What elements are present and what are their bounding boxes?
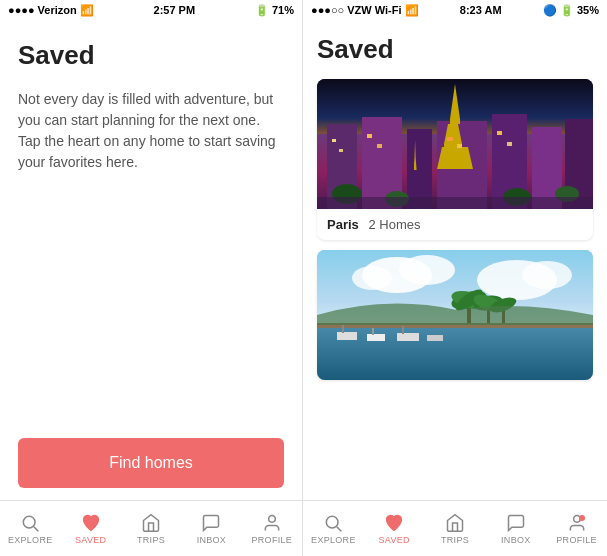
right-saved-icon [384,513,404,533]
profile-icon-wrap [567,513,587,533]
saved-card-paris[interactable]: Paris 2 Homes [317,79,593,240]
right-carrier-label: VZW Wi-Fi [347,4,401,16]
inbox-icon [201,513,221,533]
svg-rect-53 [427,335,443,341]
saved-icon [81,513,101,533]
left-panel: ●●●● Verizon 📶 2:57 PM 🔋 71% Saved Not e… [0,0,303,556]
right-signal: ●●●○○ [311,4,344,16]
nav-inbox-right[interactable]: INBOX [485,513,546,545]
svg-rect-48 [342,325,344,333]
svg-rect-51 [397,333,419,341]
right-panel: ●●●○○ VZW Wi-Fi 📶 8:23 AM 🔵 🔋 35% Saved [303,0,607,556]
nav-explore-right[interactable]: EXPLORE [303,513,364,545]
wifi-icon: 📶 [80,4,94,17]
left-page-title: Saved [18,40,284,71]
svg-marker-16 [437,147,473,169]
svg-rect-17 [332,139,336,142]
profile-notification-dot [579,515,585,521]
find-homes-button[interactable]: Find homes [18,438,284,488]
right-content: Saved [303,20,607,500]
explore-label: EXPLORE [8,535,53,545]
right-bottom-nav: EXPLORE SAVED TRIPS INBOX [303,500,607,556]
svg-point-2 [268,515,275,522]
svg-point-32 [399,255,455,285]
right-inbox-label: INBOX [501,535,531,545]
nav-saved-right[interactable]: SAVED [364,513,425,545]
signal-dots: ●●●● [8,4,35,16]
svg-rect-21 [447,137,453,141]
paris-count: 2 Homes [368,217,420,232]
left-battery: 🔋 71% [255,4,294,17]
right-time: 8:23 AM [460,4,502,16]
svg-line-55 [337,526,342,531]
inbox-label: INBOX [197,535,227,545]
right-bt-icon: 🔵 [543,4,557,17]
right-explore-icon [323,513,343,533]
nav-explore-left[interactable]: EXPLORE [0,513,60,545]
nav-profile-right[interactable]: PROFILE [546,513,607,545]
empty-state-message: Not every day is filled with adventure, … [18,89,284,173]
right-inbox-icon [506,513,526,533]
svg-rect-23 [497,131,502,135]
nav-trips-right[interactable]: TRIPS [425,513,486,545]
right-page-title: Saved [317,34,593,65]
right-battery-label: 35% [577,4,599,16]
svg-line-1 [34,526,39,531]
battery-label: 71% [272,4,294,16]
svg-rect-36 [317,325,593,380]
right-carrier: ●●●○○ VZW Wi-Fi 📶 [311,4,419,17]
harbor-illustration [317,250,593,380]
right-saved-label: SAVED [379,535,410,545]
right-status-bar: ●●●○○ VZW Wi-Fi 📶 8:23 AM 🔵 🔋 35% [303,0,607,20]
battery-icon: 🔋 [255,4,269,17]
left-status-bar: ●●●● Verizon 📶 2:57 PM 🔋 71% [0,0,302,20]
paris-image [317,79,593,209]
profile-icon [262,513,282,533]
svg-rect-50 [372,328,374,335]
right-battery: 🔵 🔋 35% [543,4,599,17]
profile-label: PROFILE [252,535,293,545]
paris-illustration [317,79,593,209]
left-carrier: ●●●● Verizon 📶 [8,4,94,17]
svg-rect-19 [367,134,372,138]
explore-icon [20,513,40,533]
nav-trips-left[interactable]: TRIPS [121,513,181,545]
svg-rect-47 [337,332,357,340]
svg-rect-20 [377,144,382,148]
left-bottom-nav: EXPLORE SAVED TRIPS INBOX [0,500,302,556]
svg-rect-29 [317,197,593,209]
right-battery-icon: 🔋 [560,4,574,17]
paris-name: Paris [327,217,359,232]
right-explore-label: EXPLORE [311,535,356,545]
svg-rect-22 [457,144,462,148]
svg-point-35 [522,261,572,289]
carrier-label: Verizon [38,4,77,16]
harbor-image [317,250,593,380]
svg-rect-52 [402,326,404,334]
right-profile-label: PROFILE [556,535,597,545]
right-wifi-icon: 📶 [405,4,419,17]
paris-card-info: Paris 2 Homes [317,209,593,240]
saved-card-harbor[interactable] [317,250,593,380]
right-trips-icon [445,513,465,533]
saved-label: SAVED [75,535,106,545]
svg-point-54 [327,516,339,528]
svg-rect-18 [339,149,343,152]
nav-saved-left[interactable]: SAVED [60,513,120,545]
nav-inbox-left[interactable]: INBOX [181,513,241,545]
right-trips-label: TRIPS [441,535,469,545]
left-content: Saved Not every day is filled with adven… [0,20,302,500]
svg-point-0 [24,516,36,528]
trips-label: TRIPS [137,535,165,545]
svg-rect-49 [367,334,385,341]
svg-rect-24 [507,142,512,146]
trips-icon [141,513,161,533]
left-time: 2:57 PM [154,4,196,16]
svg-rect-13 [450,119,460,124]
nav-profile-left[interactable]: PROFILE [242,513,302,545]
svg-point-33 [352,266,392,290]
